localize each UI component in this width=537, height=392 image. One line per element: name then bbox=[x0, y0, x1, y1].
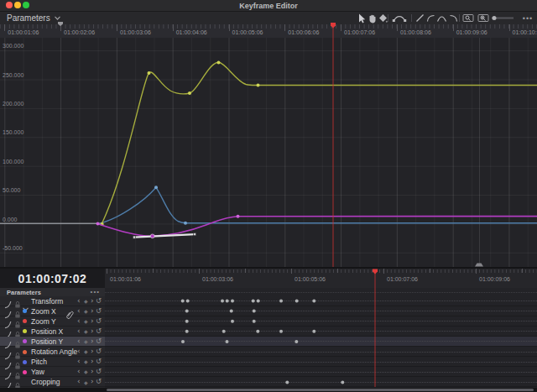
track-row-zoom-y[interactable] bbox=[105, 316, 537, 327]
reset-icon[interactable]: ↺ bbox=[96, 327, 102, 335]
next-keyframe-button[interactable]: › bbox=[91, 296, 94, 305]
reset-icon[interactable]: ↺ bbox=[96, 337, 102, 345]
ruler-timecode-label: 01:00:09:06 bbox=[456, 29, 487, 35]
parameters-dropdown[interactable]: Parameters bbox=[7, 13, 60, 24]
smooth-interp-icon[interactable] bbox=[435, 13, 447, 24]
reset-icon[interactable]: ↺ bbox=[96, 306, 102, 315]
next-keyframe-button[interactable]: › bbox=[91, 367, 94, 375]
ruler-timecode-label: 01:00:05:06 bbox=[295, 276, 326, 282]
param-row-pitch[interactable]: Pitch‹◆›↺ bbox=[0, 357, 105, 367]
keyframe-diamond-icon[interactable]: ◆ bbox=[84, 348, 88, 354]
reset-icon[interactable]: ↺ bbox=[96, 357, 102, 365]
y-axis-label: 100.000 bbox=[3, 159, 23, 165]
param-row-position-y[interactable]: Position Y‹◆›↺ bbox=[0, 337, 105, 347]
curve-bezier-tool-icon[interactable] bbox=[391, 13, 408, 24]
options-menu-button[interactable]: ••• bbox=[520, 13, 535, 24]
keyframe-diamond-icon[interactable]: ◆ bbox=[84, 318, 88, 324]
keyframe-diamond-icon[interactable]: ◆ bbox=[84, 298, 88, 304]
next-keyframe-button[interactable]: › bbox=[91, 327, 94, 335]
param-color-dot bbox=[23, 370, 27, 374]
y-axis-label: -50.000 bbox=[3, 245, 23, 251]
track-row-pitch[interactable] bbox=[105, 357, 537, 367]
track-row-zoom-x[interactable] bbox=[105, 306, 537, 316]
horizontal-scrollbar[interactable] bbox=[0, 388, 537, 392]
prev-keyframe-button[interactable]: ‹ bbox=[77, 337, 81, 345]
param-row-position-x[interactable]: Position X‹◆›↺ bbox=[0, 327, 105, 337]
ease-in-interp-icon[interactable] bbox=[425, 13, 436, 24]
prev-keyframe-button[interactable]: ‹ bbox=[77, 377, 81, 385]
track-header-strip bbox=[105, 288, 537, 296]
next-keyframe-button[interactable]: › bbox=[91, 357, 94, 365]
track-row-cropping[interactable] bbox=[105, 377, 537, 387]
next-keyframe-button[interactable]: › bbox=[91, 306, 94, 315]
track-row-rotation-angle[interactable] bbox=[105, 347, 537, 357]
reset-icon[interactable]: ↺ bbox=[96, 316, 102, 325]
prev-keyframe-button[interactable]: ‹ bbox=[77, 316, 81, 325]
prev-keyframe-button[interactable]: ‹ bbox=[77, 357, 81, 365]
track-row-transform[interactable] bbox=[105, 296, 537, 306]
hand-tool-icon[interactable] bbox=[366, 13, 378, 24]
prev-keyframe-button[interactable]: ‹ bbox=[77, 296, 81, 305]
keyframe-tool-icon[interactable] bbox=[377, 13, 388, 24]
prev-keyframe-button[interactable]: ‹ bbox=[77, 367, 81, 375]
cursor-tool-icon[interactable] bbox=[355, 13, 367, 24]
parameters-panel-header: Parameters ••• bbox=[0, 288, 106, 296]
ease-out-interp-icon[interactable] bbox=[447, 13, 459, 24]
zoom-in-icon[interactable] bbox=[477, 13, 490, 24]
keyframe-diamond-icon[interactable]: ◆ bbox=[84, 308, 88, 314]
reset-icon[interactable]: ↺ bbox=[96, 296, 102, 305]
keyframe-diamond-icon[interactable]: ◆ bbox=[84, 358, 88, 364]
ruler-timecode-label: 01:00:02:06 bbox=[64, 29, 95, 35]
keyframe-track-area[interactable] bbox=[105, 296, 537, 388]
curve-graph[interactable]: 300.000250.000200.000150.000100.00050.00… bbox=[0, 38, 537, 269]
y-axis-label: 200.000 bbox=[3, 101, 23, 107]
timecode-display: 01:00:07:02 bbox=[0, 269, 106, 288]
param-row-zoom-x[interactable]: Zoom X‹◆›↺ bbox=[0, 306, 105, 316]
timeline-ruler[interactable]: 01:00:01:0601:00:02:0601:00:03:0601:00:0… bbox=[0, 24, 537, 39]
param-row-transform[interactable]: Transform‹◆›↺ bbox=[0, 296, 105, 306]
next-keyframe-button[interactable]: › bbox=[91, 337, 94, 345]
keyframe-diamond-icon[interactable]: ◆ bbox=[84, 379, 88, 385]
next-keyframe-button[interactable]: › bbox=[91, 347, 94, 355]
next-keyframe-button[interactable]: › bbox=[91, 377, 94, 385]
toolbar-separator bbox=[459, 14, 460, 22]
param-row-rotation-angle[interactable]: Rotation Angle‹◆›↺ bbox=[0, 347, 105, 357]
prev-keyframe-button[interactable]: ‹ bbox=[77, 347, 81, 355]
track-row-position-y[interactable] bbox=[105, 337, 537, 347]
param-row-cropping[interactable]: Cropping‹◆›↺ bbox=[0, 377, 105, 387]
mini-timeline-ruler[interactable]: 01:00:01:0601:00:03:0601:00:05:0601:00:0… bbox=[105, 269, 537, 289]
ruler-second-tick bbox=[291, 269, 292, 274]
zoom-slider[interactable] bbox=[490, 13, 515, 24]
track-row-yaw[interactable] bbox=[105, 367, 537, 377]
param-row-label: Pitch bbox=[31, 358, 47, 366]
param-row-zoom-y[interactable]: Zoom Y‹◆›↺ bbox=[0, 316, 105, 327]
param-row-label: Position X bbox=[31, 327, 63, 336]
ruler-mid-tick bbox=[430, 269, 430, 273]
prev-keyframe-button[interactable]: ‹ bbox=[77, 327, 81, 335]
ruler-second-tick bbox=[60, 24, 61, 31]
linear-interp-icon[interactable] bbox=[414, 13, 425, 24]
keyframe-diamond-icon[interactable]: ◆ bbox=[84, 368, 88, 374]
ruler-timecode-label: 01:00:07:06 bbox=[387, 276, 418, 282]
ruler-timecode-label: 01:00:09:06 bbox=[479, 276, 510, 282]
scrollbar-thumb[interactable] bbox=[107, 389, 534, 392]
parameters-header-menu[interactable]: ••• bbox=[91, 288, 100, 295]
ruler-second-tick bbox=[341, 24, 341, 31]
prev-keyframe-button[interactable]: ‹ bbox=[77, 306, 81, 315]
param-row-yaw[interactable]: Yaw‹◆›↺ bbox=[0, 367, 105, 377]
reset-icon[interactable]: ↺ bbox=[96, 377, 102, 385]
ruler-second-tick bbox=[397, 24, 398, 31]
param-row-label: Rotation Angle bbox=[31, 348, 77, 356]
track-row-position-x[interactable] bbox=[105, 327, 537, 337]
toolbar: Parameters bbox=[0, 12, 537, 25]
ruler-mid-tick bbox=[153, 269, 154, 273]
next-keyframe-button[interactable]: › bbox=[91, 316, 94, 325]
keyframe-diamond-icon[interactable]: ◆ bbox=[84, 328, 88, 334]
keyframe-editor-window: Keyframe Editor Parameters bbox=[0, 0, 537, 392]
keyframe-diamond-icon[interactable]: ◆ bbox=[84, 338, 88, 344]
zoom-out-icon[interactable] bbox=[461, 13, 475, 24]
param-color-dot bbox=[23, 339, 27, 343]
reset-icon[interactable]: ↺ bbox=[96, 367, 102, 375]
param-color-dot bbox=[23, 350, 27, 354]
reset-icon[interactable]: ↺ bbox=[96, 347, 102, 355]
